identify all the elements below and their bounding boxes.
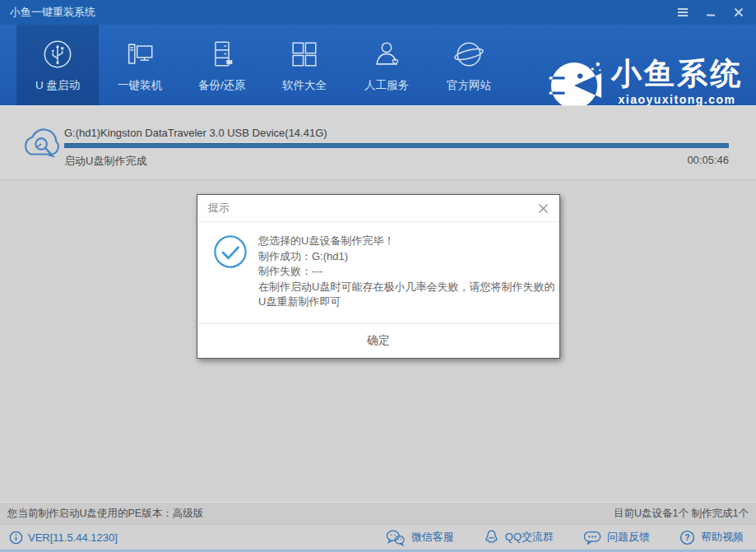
nav-item-backup-restore[interactable]: 备份/还原 bbox=[181, 25, 263, 105]
footerbar: VER[11.5.44.1230] 微信客服 bbox=[0, 524, 756, 550]
menu-icon[interactable] bbox=[675, 6, 690, 19]
version-text: VER[11.5.44.1230] bbox=[28, 531, 118, 544]
dialog-message: 您选择的U盘设备制作完毕！ 制作成功：G:(hd1) 制作失败：--- 在制作启… bbox=[258, 234, 554, 310]
window-title: 小鱼一键重装系统 bbox=[10, 5, 95, 20]
dialog-close-icon[interactable] bbox=[538, 203, 549, 214]
footer-link-label: 微信客服 bbox=[411, 530, 454, 545]
nav-item-one-click-install[interactable]: 一键装机 bbox=[99, 25, 181, 105]
dialog-footer: 确定 bbox=[197, 323, 559, 357]
backup-restore-icon bbox=[206, 38, 239, 71]
statusbar: 您当前制作启动U盘使用的PE版本：高级版 目前U盘设备1个 制作完成1个 bbox=[0, 502, 756, 524]
elapsed-time: 00:05:46 bbox=[687, 154, 729, 166]
dialog-line: 制作失败：--- bbox=[258, 264, 554, 280]
ok-button[interactable]: 确定 bbox=[334, 328, 423, 353]
nav-label: 一键装机 bbox=[118, 78, 162, 93]
usb-progress-panel: G:(hd1)Kingston DataTraveler 3.0 USB Dev… bbox=[0, 105, 756, 180]
main-nav: U 盘启动 一键装机 bbox=[0, 25, 756, 105]
qq-icon bbox=[484, 529, 499, 545]
progress-status-text: 启动U盘制作完成 bbox=[64, 154, 146, 169]
result-dialog: 提示 您选择的U盘设备制作完毕！ 制作成功：G:(hd1) 制作失败：--- 在… bbox=[197, 194, 560, 359]
qq-group-link[interactable]: QQ交流群 bbox=[484, 529, 554, 546]
footer-links: 微信客服 QQ交流群 问题反馈 bbox=[386, 529, 744, 546]
nav-label: 官方网站 bbox=[447, 78, 491, 93]
pc-icon bbox=[123, 38, 156, 71]
footer-link-label: 问题反馈 bbox=[607, 530, 650, 545]
nav-item-official-site[interactable]: 官方网站 bbox=[428, 25, 510, 105]
nav-label: 备份/还原 bbox=[198, 78, 246, 93]
cloud-tool-icon bbox=[18, 118, 69, 166]
progress-bar bbox=[64, 143, 729, 148]
progress-bar-fill bbox=[64, 143, 729, 148]
help-video-link[interactable]: ? 帮助视频 bbox=[679, 529, 744, 546]
footer-link-label: QQ交流群 bbox=[505, 530, 554, 545]
success-check-icon bbox=[213, 234, 248, 269]
device-count-text: 目前U盘设备1个 制作完成1个 bbox=[614, 507, 749, 521]
logo-domain: xiaoyuxitong.com bbox=[618, 93, 735, 106]
dialog-title: 提示 bbox=[208, 201, 230, 216]
website-globe-icon bbox=[452, 38, 485, 71]
minimize-icon[interactable] bbox=[703, 6, 718, 19]
pe-version-text: 您当前制作启动U盘使用的PE版本：高级版 bbox=[7, 507, 203, 521]
dialog-line: 在制作启动U盘时可能存在极小几率会失败，请您将制作失败的 bbox=[258, 280, 554, 295]
footer-link-label: 帮助视频 bbox=[701, 530, 744, 545]
dialog-line: 制作成功：G:(hd1) bbox=[258, 249, 554, 265]
close-icon[interactable] bbox=[731, 6, 746, 19]
dialog-line: U盘重新制作即可 bbox=[258, 295, 554, 310]
nav-label: 软件大全 bbox=[282, 78, 327, 93]
dialog-line: 您选择的U盘设备制作完毕！ bbox=[258, 234, 554, 249]
version-info[interactable]: VER[11.5.44.1230] bbox=[9, 531, 118, 545]
help-video-icon: ? bbox=[679, 530, 695, 545]
software-grid-icon bbox=[288, 38, 321, 71]
app-window: 小鱼一键重装系统 bbox=[0, 0, 756, 552]
nav-item-human-support[interactable]: 人工服务 bbox=[346, 25, 428, 105]
feedback-icon bbox=[583, 530, 601, 545]
svg-text:?: ? bbox=[684, 533, 689, 542]
nav-label: 人工服务 bbox=[364, 78, 409, 93]
dialog-header: 提示 bbox=[197, 195, 559, 222]
usb-icon bbox=[41, 38, 74, 71]
nav-item-usb-boot[interactable]: U 盘启动 bbox=[16, 25, 99, 105]
window-controls bbox=[675, 6, 746, 19]
feedback-link[interactable]: 问题反馈 bbox=[583, 529, 650, 546]
wechat-support-link[interactable]: 微信客服 bbox=[386, 529, 454, 546]
support-person-icon bbox=[370, 38, 403, 71]
wechat-icon bbox=[386, 529, 406, 546]
logo-brand-name: 小鱼系统 bbox=[611, 58, 743, 91]
dialog-body: 您选择的U盘设备制作完毕！ 制作成功：G:(hd1) 制作失败：--- 在制作启… bbox=[197, 222, 559, 323]
logo-texts: 小鱼系统 xiaoyuxitong.com bbox=[611, 58, 743, 106]
titlebar: 小鱼一键重装系统 bbox=[0, 0, 756, 25]
nav-label: U 盘启动 bbox=[35, 78, 80, 93]
usb-device-label: G:(hd1)Kingston DataTraveler 3.0 USB Dev… bbox=[64, 127, 327, 139]
info-icon bbox=[9, 531, 23, 545]
nav-item-software-library[interactable]: 软件大全 bbox=[263, 25, 346, 105]
